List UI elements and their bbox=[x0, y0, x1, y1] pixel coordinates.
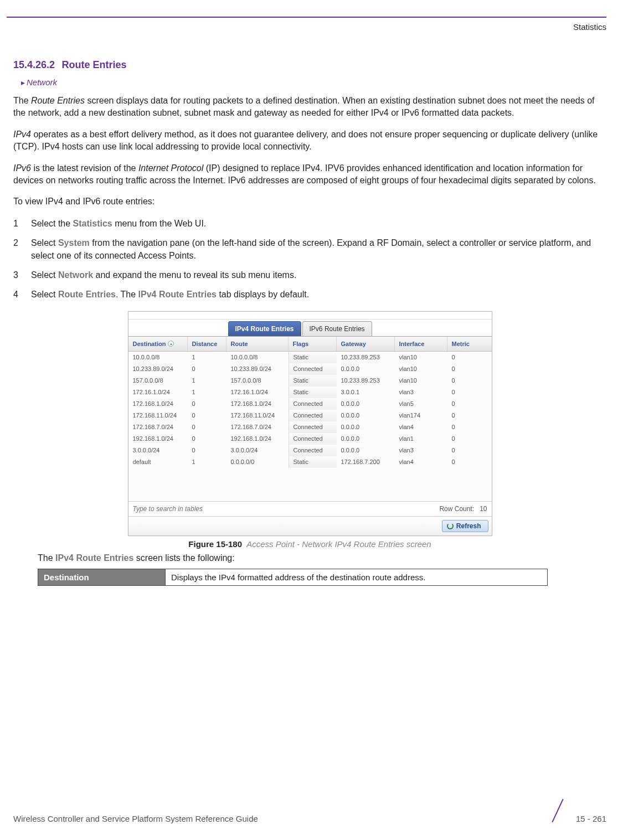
breadcrumb: ▸ Network bbox=[21, 78, 606, 87]
col-header-flags[interactable]: Flags bbox=[289, 337, 337, 351]
tab-ipv4-route-entries[interactable]: IPv4 Route Entries bbox=[228, 321, 301, 336]
paragraph-ipv6: IPv6 is the latest revision of the Inter… bbox=[13, 162, 606, 187]
table-row[interactable]: 172.168.11.0/240172.168.11.0/24Connected… bbox=[128, 410, 492, 421]
cell-gateway: 0.0.0.0 bbox=[337, 445, 395, 456]
row-count: Row Count: 10 bbox=[439, 505, 487, 513]
table-row[interactable]: 172.168.7.0/240172.168.7.0/24Connected0.… bbox=[128, 421, 492, 433]
tab-ipv6-route-entries[interactable]: IPv6 Route Entries bbox=[302, 321, 372, 336]
cell-route: 172.168.11.0/24 bbox=[226, 410, 289, 421]
cell-flags: Static bbox=[289, 386, 337, 398]
cell-route: 3.0.0.0/24 bbox=[226, 445, 289, 456]
row-count-label: Row Count: bbox=[439, 505, 474, 513]
cell-gateway: 3.0.0.1 bbox=[337, 386, 395, 398]
refresh-icon bbox=[447, 523, 454, 529]
search-input[interactable] bbox=[133, 505, 244, 513]
table-row[interactable]: 10.233.89.0/24010.233.89.0/24Connected0.… bbox=[128, 363, 492, 375]
paragraph-ipv4: IPv4 operates as a best effort delivery … bbox=[13, 128, 606, 153]
table-row[interactable]: 192.168.1.0/240192.168.1.0/24Connected0.… bbox=[128, 433, 492, 445]
page-number-block: 15 - 261 bbox=[546, 799, 606, 823]
cell-metric: 0 bbox=[447, 398, 492, 410]
paragraph-intro: The Route Entries screen displays data f… bbox=[13, 95, 606, 120]
cell-distance: 1 bbox=[188, 386, 226, 398]
definition-value: Displays the IPv4 formatted address of t… bbox=[166, 569, 548, 585]
refresh-button[interactable]: Refresh bbox=[442, 520, 488, 532]
cell-interface: vlan10 bbox=[395, 352, 447, 363]
cell-flags: Static bbox=[289, 375, 337, 386]
text: screen lists the following: bbox=[133, 553, 234, 563]
cell-distance: 1 bbox=[188, 352, 226, 363]
cell-gateway: 0.0.0.0 bbox=[337, 433, 395, 445]
col-header-destination[interactable]: Destination bbox=[128, 337, 188, 351]
table-row[interactable]: 157.0.0.0/81157.0.0.0/8Static10.233.89.2… bbox=[128, 375, 492, 386]
cell-interface: vlan5 bbox=[395, 398, 447, 410]
keyword: Statistics bbox=[73, 219, 112, 228]
text: Select bbox=[31, 270, 58, 280]
cell-interface: vlan3 bbox=[395, 445, 447, 456]
table-row: Destination Displays the IPv4 formatted … bbox=[38, 569, 548, 585]
row-count-value: 10 bbox=[480, 505, 487, 513]
cell-distance: 0 bbox=[188, 421, 226, 433]
cell-gateway: 0.0.0.0 bbox=[337, 421, 395, 433]
table-body: 10.0.0.0/8110.0.0.0/8Static10.233.89.253… bbox=[128, 352, 492, 468]
cell-distance: 0 bbox=[188, 410, 226, 421]
cell-metric: 0 bbox=[447, 433, 492, 445]
col-header-distance[interactable]: Distance bbox=[188, 337, 226, 351]
cell-route: 172.168.7.0/24 bbox=[226, 421, 289, 433]
cell-flags: Static bbox=[289, 456, 337, 468]
table-row[interactable]: 3.0.0.0/2403.0.0.0/24Connected0.0.0.0vla… bbox=[128, 445, 492, 456]
slash-icon bbox=[546, 799, 570, 823]
cell-destination: 172.168.7.0/24 bbox=[128, 421, 188, 433]
text: is the latest revision of the bbox=[31, 163, 138, 173]
page-footer: Wireless Controller and Service Platform… bbox=[13, 799, 606, 823]
step-1: Select the Statistics menu from the Web … bbox=[13, 217, 606, 230]
tabs-row: IPv4 Route Entries IPv6 Route Entries bbox=[128, 319, 492, 337]
cell-flags: Connected bbox=[289, 433, 337, 445]
cell-distance: 1 bbox=[188, 375, 226, 386]
cell-distance: 0 bbox=[188, 433, 226, 445]
procedure-steps: Select the Statistics menu from the Web … bbox=[13, 217, 606, 301]
table-row[interactable]: 10.0.0.0/8110.0.0.0/8Static10.233.89.253… bbox=[128, 352, 492, 363]
col-header-route[interactable]: Route bbox=[226, 337, 289, 351]
col-header-gateway[interactable]: Gateway bbox=[337, 337, 395, 351]
sort-asc-icon[interactable] bbox=[168, 341, 174, 347]
cell-destination: 172.168.11.0/24 bbox=[128, 410, 188, 421]
panel-titlebar bbox=[128, 312, 492, 319]
cell-interface: vlan4 bbox=[395, 421, 447, 433]
cell-interface: vlan174 bbox=[395, 410, 447, 421]
col-header-interface[interactable]: Interface bbox=[395, 337, 447, 351]
cell-route: 0.0.0.0/0 bbox=[226, 456, 289, 468]
text: and expand the menu to reveal its sub me… bbox=[93, 270, 296, 280]
table-row[interactable]: default10.0.0.0/0Static172.168.7.200vlan… bbox=[128, 456, 492, 468]
section-heading: 15.4.26.2 Route Entries bbox=[13, 59, 606, 71]
cell-interface: vlan1 bbox=[395, 433, 447, 445]
refresh-label: Refresh bbox=[456, 522, 481, 530]
definition-table: Destination Displays the IPv4 formatted … bbox=[38, 569, 548, 586]
cell-flags: Connected bbox=[289, 410, 337, 421]
cell-interface: vlan4 bbox=[395, 456, 447, 468]
cell-distance: 0 bbox=[188, 398, 226, 410]
table-empty-space bbox=[128, 468, 492, 501]
keyword: IPv4 Route Entries bbox=[138, 290, 217, 299]
table-row[interactable]: 172.16.1.0/241172.16.1.0/24Static3.0.0.1… bbox=[128, 386, 492, 398]
cell-route: 10.233.89.0/24 bbox=[226, 363, 289, 375]
cell-destination: 10.233.89.0/24 bbox=[128, 363, 188, 375]
table-row[interactable]: 172.168.1.0/240172.168.1.0/24Connected0.… bbox=[128, 398, 492, 410]
cell-gateway: 0.0.0.0 bbox=[337, 363, 395, 375]
cell-destination: 172.16.1.0/24 bbox=[128, 386, 188, 398]
text-italic: IPv6 bbox=[13, 163, 31, 173]
step-2: Select System from the navigation pane (… bbox=[13, 236, 606, 262]
text: The bbox=[13, 96, 31, 105]
cell-destination: 10.0.0.0/8 bbox=[128, 352, 188, 363]
cell-metric: 0 bbox=[447, 410, 492, 421]
cell-destination: 157.0.0.0/8 bbox=[128, 375, 188, 386]
figure-number: Figure 15-180 bbox=[188, 539, 242, 549]
col-header-metric[interactable]: Metric bbox=[447, 337, 492, 351]
breadcrumb-link[interactable]: Network bbox=[27, 78, 57, 87]
cell-gateway: 172.168.7.200 bbox=[337, 456, 395, 468]
cell-flags: Connected bbox=[289, 445, 337, 456]
text: The bbox=[38, 553, 55, 563]
cell-flags: Connected bbox=[289, 421, 337, 433]
cell-distance: 0 bbox=[188, 445, 226, 456]
figure-container: IPv4 Route Entries IPv6 Route Entries De… bbox=[13, 311, 606, 536]
figure-title: Access Point - Network IPv4 Route Entrie… bbox=[246, 539, 431, 549]
